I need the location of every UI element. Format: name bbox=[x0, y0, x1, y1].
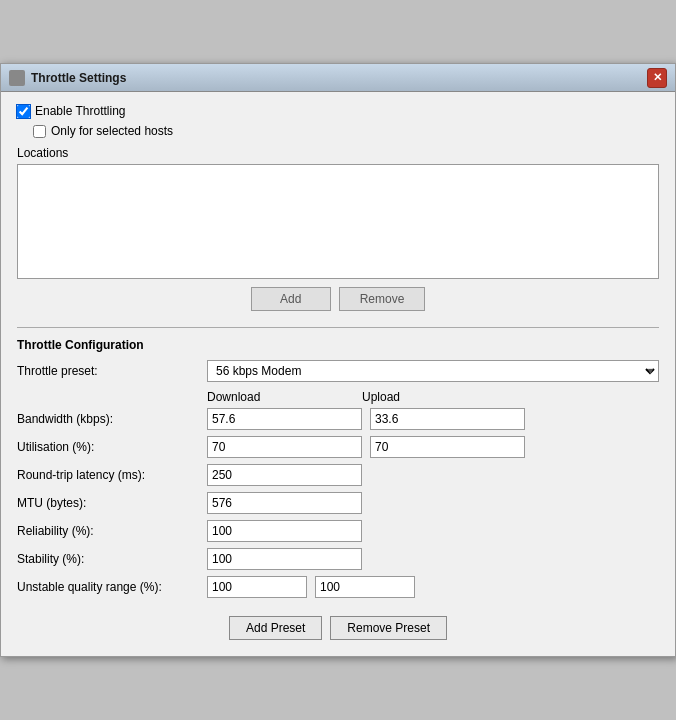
only-selected-hosts-label: Only for selected hosts bbox=[51, 124, 173, 138]
close-button[interactable]: ✕ bbox=[647, 68, 667, 88]
throttle-preset-row: Throttle preset: 56 kbps Modem ISDN DSL … bbox=[17, 360, 659, 382]
throttle-settings-window: Throttle Settings ✕ Enable Throttling On… bbox=[0, 63, 676, 657]
throttle-preset-select[interactable]: 56 kbps Modem ISDN DSL Custom bbox=[207, 360, 659, 382]
stability-input[interactable] bbox=[207, 548, 362, 570]
title-bar: Throttle Settings ✕ bbox=[1, 64, 675, 92]
col-header-upload: Upload bbox=[362, 390, 517, 404]
stability-row: Stability (%): bbox=[17, 548, 659, 570]
enable-throttling-checkbox[interactable] bbox=[17, 105, 30, 118]
location-buttons-row: Add Remove bbox=[17, 287, 659, 311]
throttle-preset-label: Throttle preset: bbox=[17, 364, 207, 378]
enable-throttling-row: Enable Throttling bbox=[17, 104, 659, 118]
bandwidth-label: Bandwidth (kbps): bbox=[17, 412, 207, 426]
reliability-label: Reliability (%): bbox=[17, 524, 207, 538]
utilisation-upload-input[interactable] bbox=[370, 436, 525, 458]
throttle-preset-select-wrapper: 56 kbps Modem ISDN DSL Custom bbox=[207, 360, 659, 382]
unstable-quality-label: Unstable quality range (%): bbox=[17, 580, 207, 594]
col-header-download: Download bbox=[207, 390, 362, 404]
locations-label: Locations bbox=[17, 146, 659, 160]
enable-throttling-label: Enable Throttling bbox=[35, 104, 126, 118]
latency-input[interactable] bbox=[207, 464, 362, 486]
window-icon bbox=[9, 70, 25, 86]
utilisation-fields bbox=[207, 436, 525, 458]
reliability-row: Reliability (%): bbox=[17, 520, 659, 542]
add-preset-button[interactable]: Add Preset bbox=[229, 616, 322, 640]
bandwidth-upload-input[interactable] bbox=[370, 408, 525, 430]
unstable-quality-fields bbox=[207, 576, 415, 598]
mtu-row: MTU (bytes): bbox=[17, 492, 659, 514]
mtu-input[interactable] bbox=[207, 492, 362, 514]
latency-label: Round-trip latency (ms): bbox=[17, 468, 207, 482]
remove-location-button[interactable]: Remove bbox=[339, 287, 426, 311]
utilisation-row: Utilisation (%): bbox=[17, 436, 659, 458]
column-headers: Download Upload bbox=[17, 390, 659, 404]
latency-row: Round-trip latency (ms): bbox=[17, 464, 659, 486]
title-bar-left: Throttle Settings bbox=[9, 70, 126, 86]
bandwidth-row: Bandwidth (kbps): bbox=[17, 408, 659, 430]
unstable-quality-input2[interactable] bbox=[315, 576, 415, 598]
unstable-quality-input1[interactable] bbox=[207, 576, 307, 598]
content-area: Enable Throttling Only for selected host… bbox=[1, 92, 675, 656]
bandwidth-download-input[interactable] bbox=[207, 408, 362, 430]
remove-preset-button[interactable]: Remove Preset bbox=[330, 616, 447, 640]
add-location-button[interactable]: Add bbox=[251, 287, 331, 311]
mtu-label: MTU (bytes): bbox=[17, 496, 207, 510]
reliability-input[interactable] bbox=[207, 520, 362, 542]
unstable-quality-row: Unstable quality range (%): bbox=[17, 576, 659, 598]
only-selected-hosts-checkbox[interactable] bbox=[33, 125, 46, 138]
bandwidth-fields bbox=[207, 408, 525, 430]
locations-listbox[interactable] bbox=[17, 164, 659, 279]
window-title: Throttle Settings bbox=[31, 71, 126, 85]
utilisation-label: Utilisation (%): bbox=[17, 440, 207, 454]
only-selected-hosts-row: Only for selected hosts bbox=[33, 124, 659, 138]
divider bbox=[17, 327, 659, 328]
utilisation-download-input[interactable] bbox=[207, 436, 362, 458]
throttle-config-title: Throttle Configuration bbox=[17, 338, 659, 352]
stability-label: Stability (%): bbox=[17, 552, 207, 566]
bottom-buttons-row: Add Preset Remove Preset bbox=[17, 608, 659, 644]
